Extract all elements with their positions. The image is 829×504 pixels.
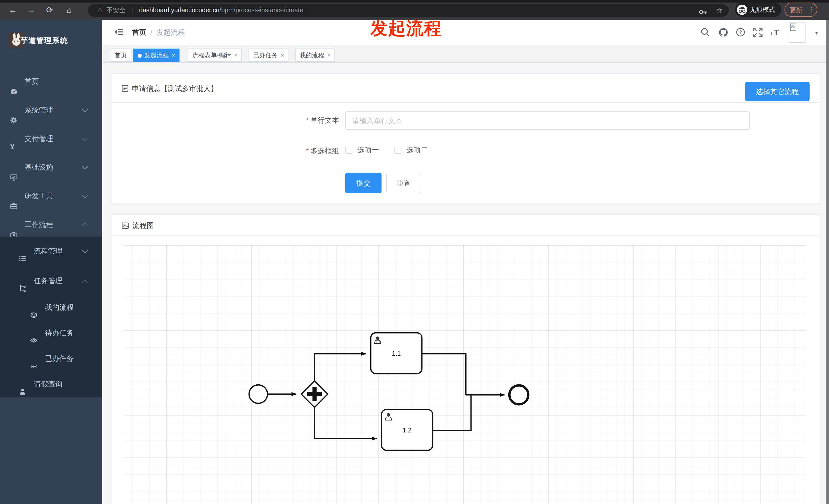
sidebar-item-task-mgmt[interactable]: 任务管理: [0, 268, 102, 293]
sidebar-item-done-tasks[interactable]: 已办任务: [0, 346, 102, 371]
password-key-icon[interactable]: [699, 7, 707, 20]
close-icon[interactable]: ×: [172, 52, 175, 58]
sidebar-item-workflow[interactable]: 工作流程: [0, 210, 102, 239]
avatar[interactable]: [789, 22, 805, 43]
end-event[interactable]: [509, 385, 528, 404]
monitor-icon: [10, 164, 17, 171]
breadcrumb: 首页/发起流程: [132, 28, 185, 37]
close-icon[interactable]: ×: [281, 52, 284, 58]
breadcrumb-current: 发起流程: [156, 28, 185, 36]
font-size-icon[interactable]: TT: [770, 28, 780, 38]
avatar-caret-icon[interactable]: ▾: [815, 30, 818, 36]
user-task-1-2[interactable]: 1.2: [382, 410, 433, 450]
github-icon[interactable]: [718, 28, 728, 38]
sidebar-item-label: 已办任务: [45, 346, 74, 371]
sidebar-collapse-icon[interactable]: [114, 28, 123, 38]
sidebar-item-leave-query[interactable]: 请假查询: [0, 372, 102, 396]
diagram-card-title-text: 流程图: [133, 221, 154, 230]
eye-open-icon: [30, 329, 37, 336]
tab-label: 流程表单-编辑: [192, 52, 231, 59]
sidebar-item-home[interactable]: 首页: [0, 67, 102, 95]
sidebar: 芋道管理系统 首页 系统管理 ¥ 支付管理: [0, 20, 102, 504]
checkbox-option-2-label[interactable]: 选项二: [406, 146, 428, 155]
workflow-submenu: 流程管理 任务管理 我的流程 待办任务: [0, 237, 102, 397]
tab-label: 首页: [114, 52, 127, 59]
tab-label: 已办任务: [253, 52, 278, 59]
sidebar-item-infra[interactable]: 基础设施: [0, 153, 102, 182]
diagram-card-header: 流程图: [111, 215, 820, 236]
svg-text:T: T: [774, 28, 779, 37]
tab-label: 发起流程: [144, 52, 169, 59]
checkbox-option-1-label[interactable]: 选项一: [358, 146, 379, 155]
submit-button[interactable]: 提交: [345, 173, 382, 193]
sidebar-item-process-mgmt[interactable]: 流程管理: [0, 239, 102, 263]
main-content: 申请信息【测试多审批人】 选择其它流程 *单行文本 *多选框组 选项一 选项二 …: [102, 63, 829, 504]
sidebar-menu: 首页 系统管理 ¥ 支付管理 基础设施: [0, 67, 102, 239]
address-bar[interactable]: ⚠ 不安全 dashboard.yudao.iocoder.cn/bpm/pro…: [88, 4, 729, 17]
task-label: 1.1: [392, 350, 401, 357]
gear-icon: [10, 107, 17, 114]
tree-icon: [19, 277, 26, 284]
sidebar-item-my-process[interactable]: 我的流程: [0, 295, 102, 319]
text-field-label: *单行文本: [280, 116, 339, 125]
url-path: /bpm/process-instance/create: [219, 7, 303, 14]
sidebar-item-todo-tasks[interactable]: 待办任务: [0, 320, 102, 345]
required-asterisk: *: [306, 116, 309, 124]
sidebar-item-label: 系统管理: [25, 95, 53, 124]
help-icon[interactable]: ?: [735, 28, 746, 38]
tags-view: 首页 发起流程× 流程表单-编辑× 已办任务× 我的流程×: [102, 45, 829, 63]
browser-reload-icon[interactable]: ⟳: [43, 4, 56, 17]
tab-my-process[interactable]: 我的流程×: [295, 48, 335, 62]
single-line-text-input[interactable]: [345, 111, 750, 130]
reset-button[interactable]: 重置: [386, 173, 422, 193]
active-dot: [138, 54, 142, 58]
close-icon[interactable]: ×: [327, 52, 331, 58]
browser-update-button[interactable]: 更新 ⋮: [785, 3, 817, 17]
url-text: dashboard.yudao.iocoder.cn/bpm/process-i…: [139, 4, 303, 17]
parallel-gateway[interactable]: [301, 381, 328, 408]
fullscreen-icon[interactable]: [753, 28, 763, 38]
apply-card-title-text: 申请信息【测试多审批人】: [132, 84, 218, 92]
search-icon[interactable]: [700, 28, 710, 38]
process-diagram-card: 流程图: [111, 214, 820, 504]
chevron-up-icon: [82, 279, 88, 285]
choose-other-process-button[interactable]: 选择其它流程: [745, 82, 809, 101]
user-icon: [19, 380, 26, 387]
checkbox-option-1[interactable]: [345, 147, 352, 154]
apply-info-card: 申请信息【测试多审批人】 选择其它流程 *单行文本 *多选框组 选项一 选项二 …: [111, 73, 820, 204]
bookmark-star-icon[interactable]: ☆: [716, 4, 722, 17]
close-icon[interactable]: ×: [234, 52, 238, 58]
browser-menu-icon[interactable]: ⋮: [808, 6, 815, 13]
checkbox-option-2[interactable]: [394, 147, 401, 154]
eye-closed-icon: [30, 355, 37, 362]
svg-text:?: ?: [739, 29, 742, 35]
svg-text:T: T: [770, 31, 773, 36]
breadcrumb-separator: /: [150, 28, 152, 36]
tab-create-process[interactable]: 发起流程×: [133, 48, 180, 62]
logo-row[interactable]: 芋道管理系统: [0, 20, 102, 67]
browser-tab-strip: [0, 0, 829, 3]
sidebar-item-system[interactable]: 系统管理: [0, 95, 102, 124]
user-task-1-1[interactable]: 1.1: [371, 333, 422, 374]
bpmn-canvas[interactable]: 1.1 1.2: [124, 245, 806, 504]
image-icon: [122, 222, 131, 231]
browser-back-icon[interactable]: ←: [6, 4, 20, 17]
chevron-down-icon: [82, 107, 88, 112]
browser-home-icon[interactable]: ⌂: [62, 4, 76, 17]
security-label[interactable]: 不安全: [106, 4, 125, 17]
browser-forward-icon[interactable]: →: [25, 4, 38, 17]
sidebar-item-payment[interactable]: ¥ 支付管理: [0, 124, 102, 153]
window-edge: [826, 20, 829, 504]
tab-form-edit[interactable]: 流程表单-编辑×: [188, 48, 242, 62]
tab-done-tasks[interactable]: 已办任务×: [249, 48, 289, 62]
sidebar-item-devtools[interactable]: 研发工具: [0, 182, 102, 210]
start-event[interactable]: [249, 385, 267, 403]
chevron-down-icon: [82, 248, 88, 254]
sidebar-item-label: 首页: [25, 67, 39, 95]
list-icon: [19, 247, 26, 255]
tab-home[interactable]: 首页: [110, 48, 132, 62]
breadcrumb-home[interactable]: 首页: [132, 28, 146, 36]
flow-gateway-to-task2: [315, 408, 377, 438]
toolbox-icon: [10, 193, 17, 200]
bpmn-diagram: 1.1 1.2: [124, 245, 806, 504]
